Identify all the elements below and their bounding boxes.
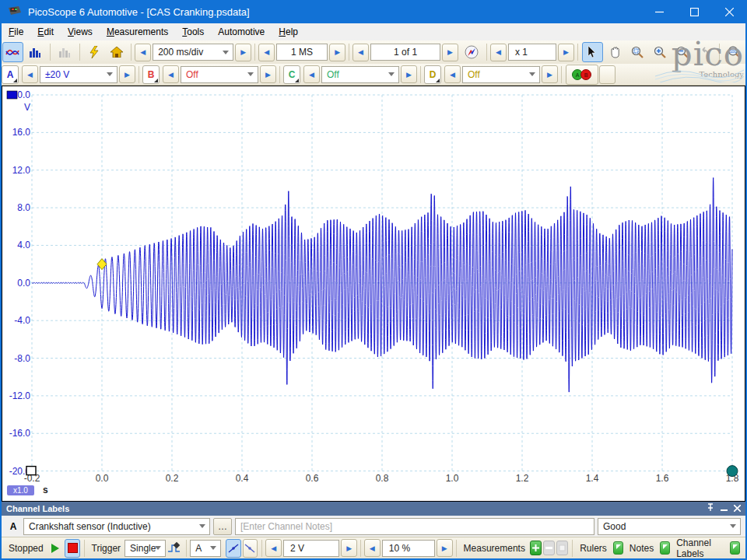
- channel-a-trace: [32, 178, 732, 393]
- x-scale-badge: x1.0: [7, 485, 34, 495]
- x-axis-tick-label: 0.2: [166, 473, 179, 484]
- waveform-canvas: 20.016.012.08.04.00.0-4.0-8.0-12.0-16.0-…: [2, 86, 745, 501]
- timebase-next-button[interactable]: ▶: [235, 44, 251, 61]
- buffer-prev-button[interactable]: ◀: [352, 44, 369, 61]
- channel-b-range-select[interactable]: Off: [181, 66, 258, 83]
- samples-next-button[interactable]: ▶: [329, 44, 345, 61]
- probes-dropdown-button[interactable]: [599, 65, 615, 84]
- pin-panel-icon[interactable]: [707, 503, 714, 514]
- buffer-position[interactable]: 1 of 1: [370, 44, 440, 61]
- trigger-marker-tool[interactable]: [167, 539, 182, 558]
- separator: [486, 44, 487, 61]
- auto-setup-button[interactable]: [83, 42, 104, 62]
- channel-c-options-button[interactable]: C: [283, 65, 300, 84]
- normal-selection-tool[interactable]: [582, 42, 603, 62]
- trigger-mode-select[interactable]: Single: [124, 540, 166, 557]
- channel-a-range-next[interactable]: ▶: [119, 65, 135, 83]
- hand-tool[interactable]: [605, 42, 626, 62]
- quality-select[interactable]: Good: [598, 518, 741, 535]
- channel-c-range-select[interactable]: Off: [321, 66, 399, 83]
- channel-labels-handle-button[interactable]: [730, 541, 740, 555]
- menu-item-tools[interactable]: Tools: [175, 24, 211, 40]
- menu-item-measurements[interactable]: Measurements: [100, 24, 175, 40]
- scope-display[interactable]: 20.016.012.08.04.00.0-4.0-8.0-12.0-16.0-…: [2, 86, 745, 502]
- menu-item-edit[interactable]: Edit: [30, 24, 61, 40]
- channel-labels-row: A Crankshaft sensor (Inductive) … [Enter…: [2, 516, 745, 537]
- notes-placeholder: [Enter Channel Notes]: [240, 521, 332, 532]
- pre-trigger-up[interactable]: ▶: [437, 539, 453, 557]
- remove-measurement-button: [543, 541, 555, 555]
- channel-toolbar: A ◀ ±20 V ▶ B ◀ Off ▶ C ◀ Off ▶ D: [2, 64, 745, 86]
- x-axis-tick-label: 0.6: [306, 473, 319, 484]
- channel-notes-input[interactable]: [Enter Channel Notes]: [235, 518, 594, 535]
- channel-d-range-prev[interactable]: ◀: [444, 65, 461, 83]
- samples-value[interactable]: 1 MS: [276, 44, 328, 61]
- channel-labels-panel-header[interactable]: Channel Labels: [2, 502, 745, 516]
- trigger-source-select[interactable]: A: [190, 540, 221, 557]
- channel-a-options-button[interactable]: A: [2, 65, 19, 84]
- start-capture-button[interactable]: [48, 539, 64, 558]
- notes-handle-button[interactable]: [660, 541, 670, 555]
- collapse-panel-icon[interactable]: [721, 503, 728, 514]
- trigger-level-up[interactable]: ▶: [341, 539, 357, 557]
- rising-edge-button[interactable]: [226, 539, 241, 558]
- channel-d-range-next[interactable]: ▶: [542, 65, 558, 83]
- falling-edge-icon: [244, 543, 256, 554]
- separator: [186, 540, 187, 557]
- timebase-prev-button[interactable]: ◀: [135, 44, 151, 61]
- channel-c-range-prev[interactable]: ◀: [303, 65, 320, 83]
- axis-offset-handle[interactable]: [26, 467, 36, 475]
- close-panel-icon[interactable]: [734, 503, 741, 514]
- menu-item-automotive[interactable]: Automotive: [211, 24, 272, 40]
- rulers-handle-button[interactable]: [613, 541, 623, 555]
- trigger-level-down[interactable]: ◀: [265, 539, 282, 557]
- channel-b-range-next[interactable]: ▶: [260, 65, 276, 83]
- timebase-control: ◀ 200 ms/div ▶: [135, 44, 251, 61]
- title-bar[interactable]: PicoScope 6 Automotive - [CAS Cranking.p…: [0, 0, 747, 23]
- stop-capture-button[interactable]: [65, 539, 80, 558]
- home-button[interactable]: [106, 42, 127, 62]
- channel-d-options-button[interactable]: D: [424, 65, 441, 84]
- menu-item-file[interactable]: File: [2, 24, 30, 40]
- timebase-select[interactable]: 200 ms/div: [153, 44, 233, 61]
- time-axis-handle[interactable]: [727, 466, 738, 477]
- close-button[interactable]: [712, 0, 747, 23]
- pre-trigger-value[interactable]: 10 %: [382, 540, 435, 557]
- separator: [79, 44, 80, 61]
- pre-trigger-down[interactable]: ◀: [364, 539, 381, 557]
- y-axis-unit-label: V: [24, 102, 30, 113]
- channel-b-range-prev[interactable]: ◀: [163, 65, 179, 83]
- maximize-button[interactable]: [677, 0, 712, 23]
- buffer-next-button[interactable]: ▶: [442, 44, 458, 61]
- chevron-down-icon: [199, 524, 205, 528]
- channel-c-range-next[interactable]: ▶: [401, 65, 417, 83]
- separator: [279, 66, 280, 83]
- zoom-next-button[interactable]: ▶: [558, 44, 574, 61]
- menu-item-views[interactable]: Views: [61, 24, 100, 40]
- menu-item-help[interactable]: Help: [272, 24, 305, 40]
- trigger-source-value: A: [195, 543, 202, 554]
- probes-button[interactable]: AB: [566, 65, 598, 85]
- window-zoom-tool[interactable]: [627, 42, 648, 62]
- minimize-button[interactable]: [642, 0, 677, 23]
- channel-a-axis-handle[interactable]: [7, 91, 17, 99]
- spectrum-view-button[interactable]: [25, 42, 46, 62]
- separator: [577, 44, 578, 61]
- falling-edge-button[interactable]: [243, 539, 258, 558]
- channel-label-select[interactable]: Crankshaft sensor (Inductive): [23, 518, 210, 535]
- add-measurement-button[interactable]: [530, 541, 542, 555]
- zoom-factor-value[interactable]: x 1: [508, 44, 556, 61]
- zoom-prev-button[interactable]: ◀: [490, 44, 507, 61]
- samples-prev-button[interactable]: ◀: [258, 44, 275, 61]
- buffer-navigator-button[interactable]: [461, 42, 482, 62]
- channel-b-options-button[interactable]: B: [142, 65, 160, 84]
- trigger-level-value[interactable]: 2 V: [283, 540, 339, 557]
- separator: [50, 44, 51, 61]
- channel-a-range-prev[interactable]: ◀: [22, 65, 38, 83]
- channel-d-range-select[interactable]: Off: [462, 66, 540, 83]
- channel-a-range-select[interactable]: ±20 V: [40, 66, 117, 83]
- edit-labels-button[interactable]: …: [213, 518, 232, 535]
- x-axis-tick-label: 1.0: [446, 473, 459, 484]
- channel-d-range-value: Off: [468, 69, 480, 80]
- scope-view-button[interactable]: [2, 42, 23, 62]
